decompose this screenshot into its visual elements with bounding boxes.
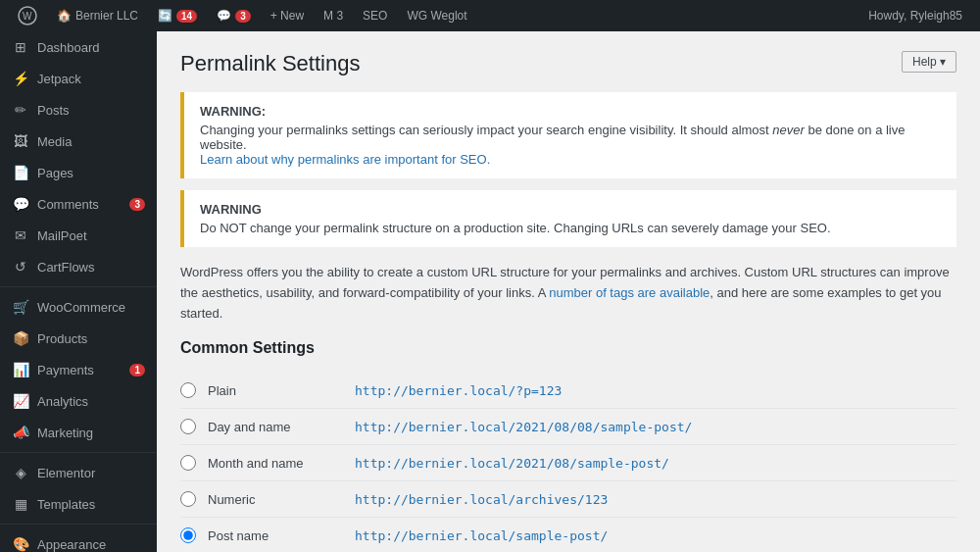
warning-link-1[interactable]: Learn about why permalinks are important… <box>200 152 490 167</box>
warning-emphasis-1: never <box>772 123 805 137</box>
new-label: + New <box>270 9 304 23</box>
sidebar-label-pages: Pages <box>37 166 145 180</box>
updates-btn[interactable]: 🔄 14 <box>148 0 207 31</box>
comments-btn[interactable]: 💬 3 <box>207 0 261 31</box>
radio-plain[interactable] <box>180 382 196 398</box>
radio-month-name[interactable] <box>180 455 196 471</box>
sidebar-item-mailpoet[interactable]: ✉ MailPoet <box>0 220 157 251</box>
sidebar-label-analytics: Analytics <box>37 394 145 409</box>
divider-3 <box>0 524 157 525</box>
sidebar-item-cartflows[interactable]: ↺ CartFlows <box>0 251 157 282</box>
url-post-name: http://bernier.local/sample-post/ <box>355 528 608 543</box>
warning-text-1: Changing your permalinks settings can se… <box>200 123 941 167</box>
sidebar-label-woocommerce: WooCommerce <box>37 300 145 315</box>
option-day-name: Day and name http://bernier.local/2021/0… <box>180 409 956 445</box>
common-settings-title: Common Settings <box>180 339 956 357</box>
mailpoet-btn[interactable]: M 3 <box>314 0 353 31</box>
media-icon: 🖼 <box>12 133 29 149</box>
analytics-icon: 📈 <box>12 393 29 409</box>
radio-numeric[interactable] <box>180 491 196 507</box>
sidebar-item-dashboard[interactable]: ⊞ Dashboard <box>0 31 157 63</box>
appearance-icon: 🎨 <box>12 536 29 552</box>
mailpoet-icon: ✉ <box>12 227 29 243</box>
label-post-name[interactable]: Post name <box>208 528 355 543</box>
sidebar-item-products[interactable]: 📦 Products <box>0 323 157 354</box>
sidebar: ⊞ Dashboard ⚡ Jetpack ✏ Posts 🖼 Media 📄 … <box>0 31 157 552</box>
howdy-label: Howdy, Ryleigh85 <box>868 9 962 23</box>
payments-icon: 📊 <box>12 362 29 377</box>
sidebar-item-templates[interactable]: ▦ Templates <box>0 488 157 520</box>
sidebar-item-posts[interactable]: ✏ Posts <box>0 94 157 125</box>
site-icon: 🏠 <box>57 9 72 23</box>
option-month-name: Month and name http://bernier.local/2021… <box>180 445 956 481</box>
permalink-options: Plain http://bernier.local/?p=123 Day an… <box>180 373 956 552</box>
weglot-btn[interactable]: WG Weglot <box>397 0 476 31</box>
url-day-name: http://bernier.local/2021/08/08/sample-p… <box>355 420 692 434</box>
option-numeric: Numeric http://bernier.local/archives/12… <box>180 481 956 518</box>
sidebar-item-woocommerce[interactable]: 🛒 WooCommerce <box>0 291 157 323</box>
radio-post-name[interactable] <box>180 527 196 543</box>
warning-label-2: WARNING <box>200 202 941 217</box>
site-name-btn[interactable]: 🏠 Bernier LLC <box>47 0 148 31</box>
products-icon: 📦 <box>12 330 29 346</box>
comments-icon: 💬 <box>12 196 29 212</box>
elementor-icon: ◈ <box>12 465 29 480</box>
sidebar-item-jetpack[interactable]: ⚡ Jetpack <box>0 63 157 94</box>
label-plain[interactable]: Plain <box>208 383 355 398</box>
sidebar-item-analytics[interactable]: 📈 Analytics <box>0 385 157 417</box>
divider-2 <box>0 452 157 453</box>
sidebar-label-products: Products <box>37 331 145 346</box>
comments-badge: 3 <box>235 10 251 23</box>
comments-icon: 💬 <box>217 9 231 23</box>
help-button[interactable]: Help ▾ <box>902 51 956 73</box>
seo-btn[interactable]: SEO <box>353 0 397 31</box>
sidebar-label-templates: Templates <box>37 497 145 512</box>
cartflows-icon: ↺ <box>12 259 29 275</box>
payments-sidebar-badge: 1 <box>129 364 145 376</box>
layout: ⊞ Dashboard ⚡ Jetpack ✏ Posts 🖼 Media 📄 … <box>0 31 980 552</box>
jetpack-icon: ⚡ <box>12 71 29 86</box>
sidebar-label-jetpack: Jetpack <box>37 72 145 86</box>
sidebar-item-pages[interactable]: 📄 Pages <box>0 157 157 188</box>
sidebar-label-appearance: Appearance <box>37 537 145 552</box>
sidebar-label-mailpoet: MailPoet <box>37 228 145 243</box>
sidebar-item-media[interactable]: 🖼 Media <box>0 125 157 157</box>
new-btn[interactable]: + New <box>261 0 314 31</box>
warning-text-2: Do NOT change your permalink structure o… <box>200 221 941 235</box>
warning-box-1: WARNING: Changing your permalinks settin… <box>180 92 956 178</box>
option-plain: Plain http://bernier.local/?p=123 <box>180 373 956 409</box>
woocommerce-icon: 🛒 <box>12 299 29 315</box>
sidebar-item-appearance[interactable]: 🎨 Appearance <box>0 528 157 552</box>
sidebar-item-payments[interactable]: 📊 Payments 1 <box>0 354 157 385</box>
sidebar-label-dashboard: Dashboard <box>37 40 145 55</box>
sidebar-label-payments: Payments <box>37 363 118 377</box>
divider-1 <box>0 286 157 287</box>
comments-sidebar-badge: 3 <box>129 198 145 211</box>
updates-icon: 🔄 <box>158 9 172 23</box>
description: WordPress offers you the ability to crea… <box>180 263 956 324</box>
weglot-label: WG Weglot <box>407 9 466 23</box>
posts-icon: ✏ <box>12 102 29 118</box>
sidebar-label-posts: Posts <box>37 103 145 118</box>
radio-day-name[interactable] <box>180 419 196 434</box>
label-day-name[interactable]: Day and name <box>208 420 355 434</box>
wp-logo-btn[interactable]: W <box>8 0 47 31</box>
option-post-name: Post name http://bernier.local/sample-po… <box>180 518 956 552</box>
mailpoet-label: M 3 <box>323 9 343 23</box>
sidebar-item-elementor[interactable]: ◈ Elementor <box>0 457 157 488</box>
warning-box-2: WARNING Do NOT change your permalink str… <box>180 190 956 247</box>
user-profile[interactable]: Howdy, Ryleigh85 <box>858 0 972 31</box>
updates-badge: 14 <box>176 10 197 23</box>
sidebar-item-marketing[interactable]: 📣 Marketing <box>0 417 157 448</box>
sidebar-label-cartflows: CartFlows <box>37 260 145 275</box>
label-month-name[interactable]: Month and name <box>208 456 355 471</box>
sidebar-label-elementor: Elementor <box>37 466 145 480</box>
site-name: Bernier LLC <box>75 9 138 23</box>
svg-text:W: W <box>23 11 32 22</box>
pages-icon: 📄 <box>12 165 29 180</box>
dashboard-icon: ⊞ <box>12 39 29 55</box>
description-link[interactable]: number of tags are available <box>549 285 710 300</box>
label-numeric[interactable]: Numeric <box>208 492 355 507</box>
sidebar-label-comments: Comments <box>37 197 118 212</box>
sidebar-item-comments[interactable]: 💬 Comments 3 <box>0 188 157 220</box>
